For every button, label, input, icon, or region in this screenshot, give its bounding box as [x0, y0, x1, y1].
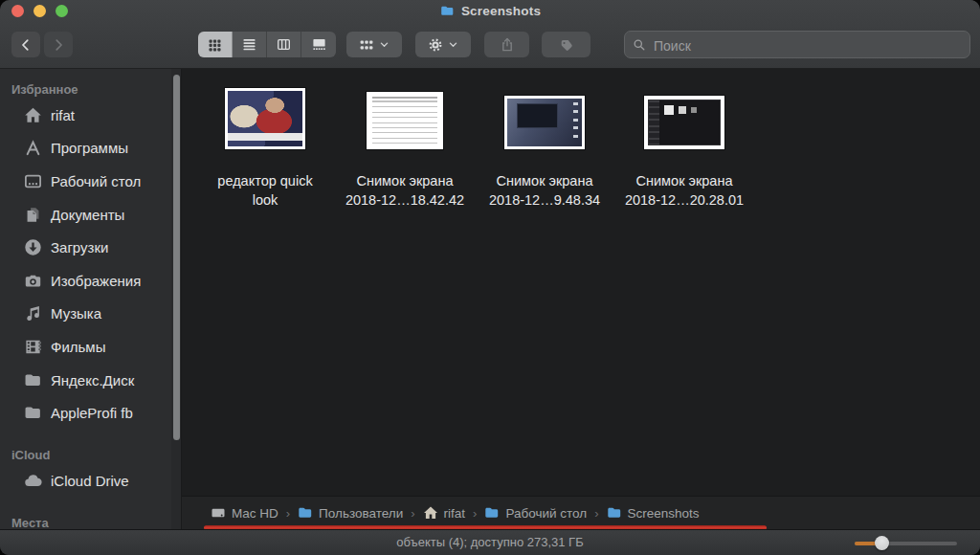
file-thumbnail [644, 96, 724, 149]
path-segment-label: Рабочий стол [505, 506, 587, 521]
grid-view-icon [208, 37, 222, 52]
sidebar-item-applications[interactable]: Программы [0, 132, 181, 166]
pictures-icon [24, 272, 42, 290]
file-name: редактор quicklook [217, 172, 312, 210]
sidebar-item-label: Программы [51, 140, 128, 156]
view-segment-list-view[interactable] [233, 32, 267, 57]
path-segment-label: Mac HD [232, 506, 278, 521]
file-grid[interactable]: редактор quicklookСнимок экрана2018-12…1… [182, 69, 980, 496]
folder-icon [24, 371, 42, 389]
file-item-1[interactable]: редактор quicklook [195, 84, 335, 210]
path-segment-label: Screenshots [628, 506, 700, 521]
sidebar-item-label: Документы [51, 207, 124, 223]
forward-button[interactable] [44, 32, 73, 57]
sidebar-section-header: Места [0, 515, 181, 529]
search-icon [633, 38, 646, 52]
file-name: Снимок экрана2018-12…18.42.42 [345, 172, 464, 210]
chevron-down-icon [448, 39, 458, 50]
folder-icon [24, 404, 42, 422]
path-segment-label: rifat [444, 506, 466, 521]
window-chrome: Screenshots [0, 0, 980, 69]
group-grid-icon [359, 37, 374, 53]
file-item-2[interactable]: Снимок экрана2018-12…18.42.42 [335, 84, 475, 210]
movies-icon [24, 338, 42, 356]
list-view-icon [242, 37, 256, 52]
window-title-text: Screenshots [461, 4, 541, 18]
icon-size-slider-knob[interactable] [875, 536, 889, 550]
column-view-icon [277, 37, 291, 52]
folder-icon [439, 4, 456, 18]
chevron-left-icon [19, 38, 33, 52]
status-text: объекты (4); доступно 273,31 ГБ [0, 535, 980, 549]
documents-icon [24, 206, 42, 224]
view-segmented-control [198, 32, 336, 57]
sidebar-item-label: Музыка [51, 305, 101, 322]
path-segment-2[interactable]: Пользователи [298, 505, 403, 521]
finder-window: Screenshots [0, 0, 980, 555]
zoom-button[interactable] [56, 5, 68, 17]
back-button[interactable] [11, 32, 40, 57]
sidebar-item-downloads[interactable]: Загрузки [0, 231, 181, 264]
action-menu-button[interactable] [415, 32, 471, 57]
path-segment-5[interactable]: Screenshots [607, 505, 700, 521]
view-segment-column-view[interactable] [267, 32, 301, 57]
sidebar-item-label: Рабочий стол [51, 173, 141, 189]
tag-button[interactable] [542, 32, 590, 57]
sidebar-scrollbar-track[interactable] [171, 69, 181, 529]
sidebar-section-header: Избранное [0, 81, 181, 99]
sidebar-item-label: Фильмы [51, 339, 105, 355]
path-bar: Mac HD›Пользователи›rifat›Рабочий стол›S… [182, 496, 980, 529]
group-button[interactable] [346, 32, 402, 57]
path-segment-1[interactable]: Mac HD [211, 505, 278, 521]
file-thumbnail [225, 88, 305, 149]
home-icon [423, 505, 438, 521]
music-icon [24, 304, 42, 322]
search-field [624, 31, 970, 58]
sidebar-item-label: rifat [51, 107, 75, 123]
path-separator: › [587, 506, 606, 521]
icloud-icon [24, 472, 42, 490]
close-button[interactable] [11, 5, 24, 17]
folder-icon [607, 505, 622, 521]
sidebar-item-label: iCloud Drive [51, 473, 129, 489]
view-segment-icon-view[interactable] [198, 32, 233, 57]
file-item-3[interactable]: Снимок экрана2018-12…9.48.34 [475, 84, 614, 210]
share-button[interactable] [484, 32, 529, 57]
drive-icon [211, 505, 226, 521]
sidebar-item-label: Яндекс.Диск [51, 372, 134, 388]
path-separator: › [403, 506, 422, 521]
path-segment-3[interactable]: rifat [423, 505, 466, 521]
folder-icon [298, 505, 313, 521]
file-name: Снимок экрана2018-12…20.28.01 [625, 172, 744, 210]
sidebar-item-documents[interactable]: Документы [0, 198, 181, 232]
file-thumbnail [367, 92, 443, 149]
downloads-icon [24, 238, 42, 256]
status-bar: объекты (4); доступно 273,31 ГБ [0, 529, 980, 555]
sidebar-section-header: iCloud [0, 447, 181, 464]
folder-icon [484, 505, 500, 521]
sidebar: ИзбранноеrifatПрограммыРабочий столДокум… [0, 69, 182, 529]
sidebar-item-desktop[interactable]: Рабочий стол [0, 165, 181, 198]
gear-icon [428, 37, 443, 53]
desktop-icon [24, 172, 42, 190]
gallery-view-icon [312, 37, 326, 52]
path-segment-4[interactable]: Рабочий стол [484, 505, 587, 521]
file-name: Снимок экрана2018-12…9.48.34 [489, 172, 600, 210]
sidebar-item-rifat[interactable]: rifat [0, 99, 181, 132]
sidebar-item-music[interactable]: Музыка [0, 298, 181, 331]
file-item-4[interactable]: Снимок экрана2018-12…20.28.01 [614, 84, 754, 210]
sidebar-item-yandex-disk[interactable]: Яндекс.Диск [0, 364, 181, 397]
sidebar-item-label: Изображения [51, 273, 141, 289]
file-thumbnail [504, 96, 585, 149]
sidebar-item-pictures[interactable]: Изображения [0, 264, 181, 298]
share-icon [500, 37, 515, 53]
sidebar-item-appleprofi-fb[interactable]: AppleProfi fb [0, 396, 181, 430]
search-input[interactable] [652, 32, 962, 59]
view-segment-gallery-view[interactable] [301, 32, 336, 57]
sidebar-item-icloud-drive[interactable]: iCloud Drive [0, 464, 181, 498]
tag-icon [559, 37, 574, 53]
window-title: Screenshots [0, 0, 980, 21]
sidebar-scrollbar-thumb[interactable] [173, 75, 180, 440]
sidebar-item-movies[interactable]: Фильмы [0, 330, 181, 364]
minimize-button[interactable] [33, 5, 46, 17]
